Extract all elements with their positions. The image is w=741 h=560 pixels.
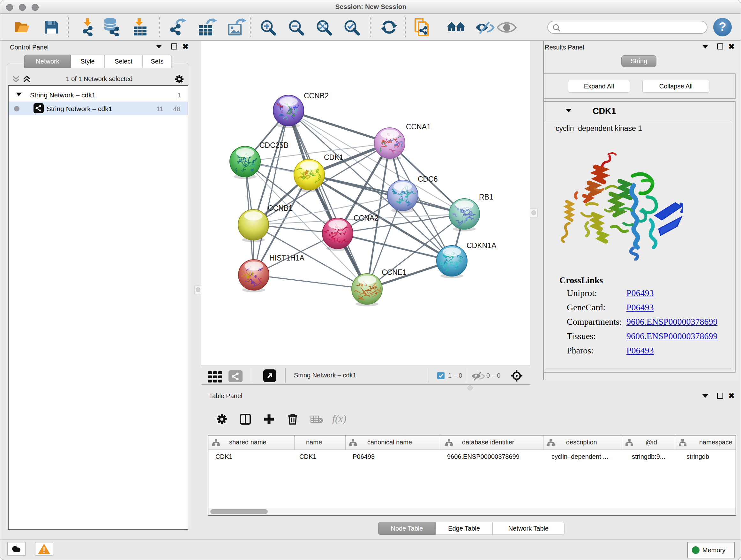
svg-text:CCNE1: CCNE1: [382, 268, 407, 276]
svg-text:CDC25B: CDC25B: [259, 141, 288, 149]
svg-text:CCNB1: CCNB1: [268, 204, 293, 212]
svg-text:CDKN1A: CDKN1A: [467, 241, 496, 250]
svg-text:HIST1H1A: HIST1H1A: [269, 254, 305, 262]
svg-text:CCNA1: CCNA1: [406, 123, 431, 131]
svg-text:CDK1: CDK1: [324, 153, 343, 162]
svg-text:CCNA2: CCNA2: [354, 214, 379, 222]
svg-text:CDC6: CDC6: [418, 175, 438, 183]
svg-text:CCNB2: CCNB2: [304, 91, 329, 100]
svg-text:RB1: RB1: [479, 193, 493, 201]
